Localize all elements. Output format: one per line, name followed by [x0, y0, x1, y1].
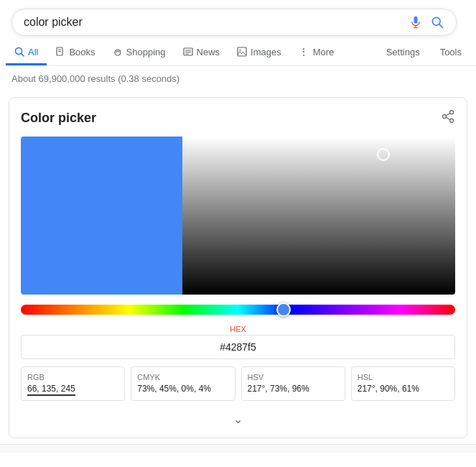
gradient-black-overlay — [182, 137, 455, 295]
hsv-value: 217°, 73%, 96% — [248, 384, 340, 394]
results-info: About 69,900,000 results (0.38 seconds) — [0, 66, 476, 91]
svg-rect-1 — [414, 27, 418, 28]
hsv-box[interactable]: HSV 217°, 73%, 96% — [241, 366, 345, 401]
svg-line-5 — [22, 54, 24, 57]
nav-right: Settings Tools — [378, 41, 470, 65]
color-picker-card: Color picker HEX R — [9, 97, 467, 438]
hex-label: HEX — [21, 325, 455, 333]
tab-books-label: Books — [69, 47, 95, 57]
bottom-bar — [0, 444, 476, 453]
chevron-down-icon: ⌄ — [233, 413, 243, 425]
hex-input[interactable] — [21, 335, 455, 359]
svg-point-18 — [450, 119, 454, 122]
color-display-row[interactable] — [21, 137, 455, 295]
tab-settings-label: Settings — [386, 47, 420, 57]
svg-line-19 — [446, 117, 450, 119]
search-bar-area — [0, 0, 476, 36]
solid-color-panel — [21, 137, 182, 295]
images-icon — [237, 47, 247, 57]
svg-point-15 — [239, 49, 241, 51]
microphone-icon[interactable] — [409, 15, 423, 29]
cmyk-box[interactable]: CMYK 73%, 45%, 0%, 4% — [131, 366, 235, 401]
rgb-value-text: 66, 135, 245 — [27, 384, 75, 396]
tab-images-label: Images — [251, 47, 281, 57]
chevron-row[interactable]: ⌄ — [21, 407, 455, 426]
tab-more[interactable]: ⋮ More — [290, 40, 343, 65]
hsv-label: HSV — [248, 373, 340, 382]
rgb-value: 66, 135, 245 — [27, 384, 120, 396]
share-icon[interactable] — [441, 109, 455, 126]
hue-slider-row — [21, 305, 455, 315]
svg-point-17 — [443, 115, 447, 119]
tab-tools[interactable]: Tools — [431, 41, 470, 65]
hsl-value: 217°, 90%, 61% — [358, 384, 450, 394]
tab-images[interactable]: Images — [228, 41, 290, 65]
search-icons — [409, 15, 444, 29]
shopping-icon — [113, 47, 123, 57]
svg-point-9 — [115, 50, 121, 55]
color-values-row: RGB 66, 135, 245 CMYK 73%, 45%, 0%, 4% H… — [21, 366, 455, 401]
search-bar-wrapper — [11, 9, 457, 36]
hsl-label: HSL — [358, 373, 450, 382]
card-header: Color picker — [21, 109, 455, 126]
gradient-panel[interactable] — [182, 137, 455, 295]
hsl-box[interactable]: HSL 217°, 90%, 61% — [351, 366, 455, 401]
books-icon — [55, 47, 65, 57]
tab-tools-label: Tools — [440, 47, 462, 57]
svg-line-20 — [446, 113, 450, 115]
tab-all-label: All — [28, 47, 38, 57]
tab-news[interactable]: News — [174, 41, 229, 65]
tab-more-label: More — [313, 47, 335, 57]
tab-settings[interactable]: Settings — [378, 41, 429, 65]
news-icon — [183, 47, 193, 57]
search-input[interactable] — [24, 16, 409, 29]
svg-point-16 — [450, 111, 454, 114]
card-title: Color picker — [21, 111, 96, 126]
tab-all[interactable]: All — [6, 41, 47, 65]
cmyk-value: 73%, 45%, 0%, 4% — [137, 384, 230, 394]
more-dots-icon: ⋮ — [299, 46, 309, 57]
tab-shopping-label: Shopping — [126, 47, 166, 57]
search-icon[interactable] — [430, 15, 444, 29]
nav-tabs: All Books Shopping News Images — [0, 36, 476, 66]
tab-books[interactable]: Books — [47, 41, 103, 65]
svg-line-3 — [439, 24, 443, 28]
hue-slider-track[interactable] — [21, 305, 455, 315]
hex-row: HEX — [21, 325, 455, 359]
tab-shopping[interactable]: Shopping — [104, 41, 174, 65]
cmyk-label: CMYK — [137, 373, 230, 382]
rgb-box[interactable]: RGB 66, 135, 245 — [21, 366, 125, 401]
tab-news-label: News — [197, 47, 220, 57]
rgb-label: RGB — [27, 373, 120, 382]
results-count: About 69,900,000 results (0.38 seconds) — [11, 73, 179, 84]
hue-slider-thumb[interactable] — [276, 302, 291, 317]
search-small-icon — [14, 47, 24, 57]
